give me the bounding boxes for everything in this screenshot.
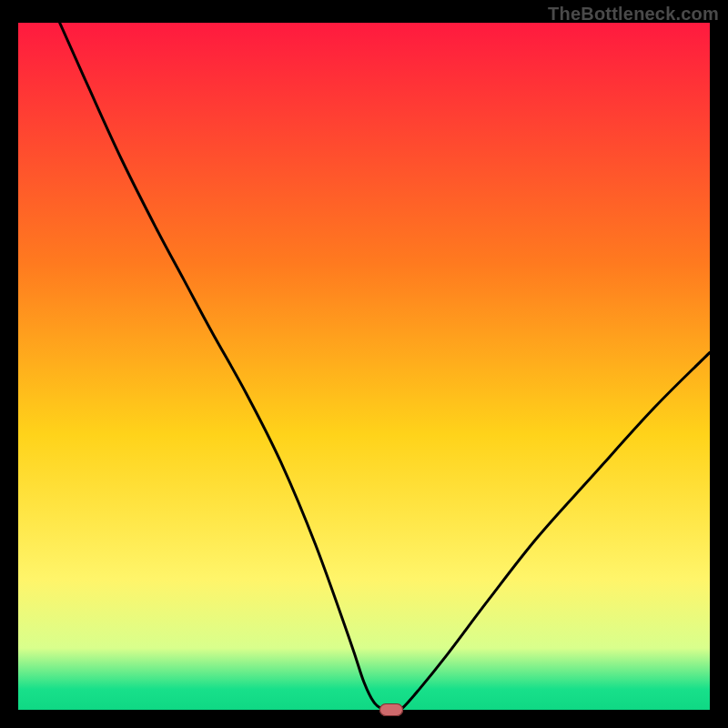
chart-frame: TheBottleneck.com [0,0,728,728]
plot-area [18,23,710,710]
gradient-background [18,23,710,710]
plot-svg [18,23,710,710]
watermark-text: TheBottleneck.com [548,4,719,25]
